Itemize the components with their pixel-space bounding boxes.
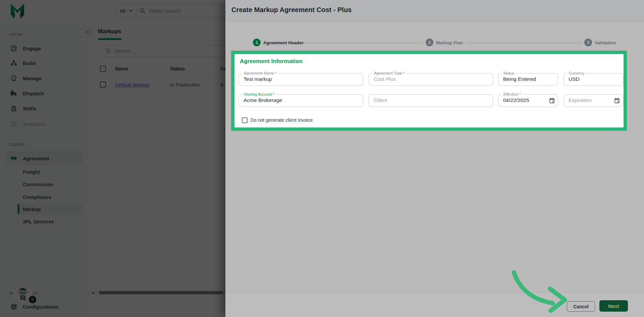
checkbox-label: Do not generate client Invoice <box>251 117 313 123</box>
calendar-icon[interactable] <box>614 98 620 104</box>
form-section-heading: Agreement Information <box>240 58 303 65</box>
field-label: Owning Account * <box>242 92 276 97</box>
agreement-name-field[interactable]: Agreement Name * Test markup <box>238 73 363 86</box>
field-label: Effective * <box>502 92 523 97</box>
field-label: Agreement Name * <box>242 71 278 75</box>
agreement-information-card: Agreement Information Agreement Name * T… <box>231 51 627 131</box>
calendar-icon[interactable] <box>549 98 555 104</box>
dim-overlay <box>0 0 644 317</box>
expiration-date-field[interactable]: Expiration <box>564 94 623 107</box>
client-field[interactable]: Client <box>369 94 493 107</box>
currency-field[interactable]: Currency USD <box>564 73 623 86</box>
field-placeholder: Client <box>369 95 493 106</box>
field-label: Status <box>502 71 516 75</box>
screen: All Global Search G2TMS Engage <box>0 0 644 317</box>
status-field[interactable]: Status Being Entered <box>498 73 558 86</box>
owning-account-field[interactable]: Owning Account * Acme Brokerage <box>238 94 363 107</box>
effective-date-field[interactable]: Effective * 04/22/2025 <box>498 94 558 107</box>
agreement-type-field: Agreement Type * Cost Plus <box>369 73 493 86</box>
field-label: Agreement Type * <box>372 71 407 75</box>
do-not-generate-invoice-checkbox[interactable] <box>242 117 248 123</box>
field-label: Currency <box>567 71 586 75</box>
